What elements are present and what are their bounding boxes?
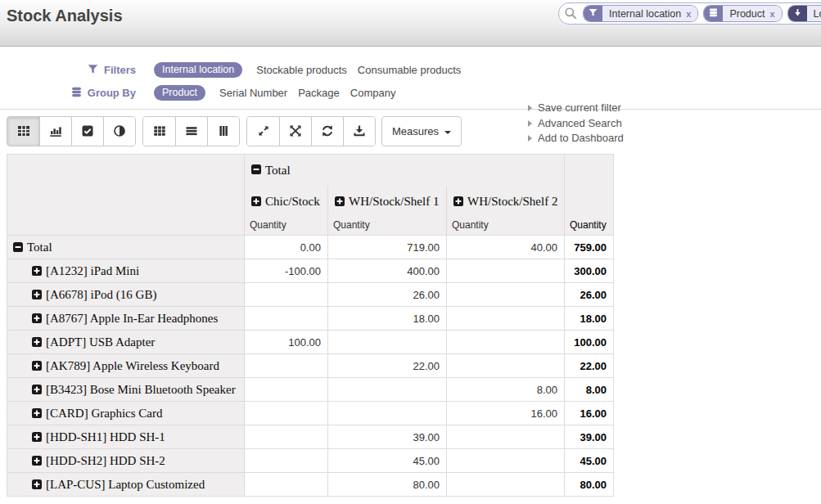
toolbar: Measures [7, 116, 821, 146]
facet-category-icon-box [584, 6, 602, 21]
search-facet[interactable]: Locationx [787, 5, 821, 22]
pivot-column-header[interactable]: WH/Stock/Shelf 1 [328, 186, 447, 218]
group-by-icon [71, 87, 82, 97]
group-by-option[interactable]: Company [350, 87, 396, 99]
pivot-corner-cell [7, 155, 245, 236]
pivot-value-cell: 45.00 [328, 449, 447, 473]
bar-chart-button[interactable] [39, 117, 71, 146]
pivot-row-header[interactable]: [HDD-SH2] HDD SH-2 [7, 449, 245, 473]
pivot-value-cell [245, 283, 328, 307]
check-square-button[interactable] [71, 117, 103, 146]
group-by-option[interactable]: Serial Number [219, 87, 287, 99]
pivot-row-header[interactable]: [A8767] Apple In-Ear Headphones [7, 307, 245, 331]
facet-body: Productx [723, 6, 781, 21]
pivot-empty-header-cell [565, 155, 614, 218]
pivot-value-cell: 26.00 [328, 283, 447, 307]
pivot-row-total-cell: 22.00 [565, 354, 614, 378]
arrow-down-icon [793, 8, 802, 17]
search-menu-link-label: Add to Dashboard [538, 131, 624, 146]
facet-category-icon-box [788, 6, 807, 21]
plus-square-icon [335, 196, 345, 206]
pivot-value-cell [245, 449, 328, 473]
grid-icon [153, 124, 166, 137]
facet-remove-icon[interactable]: x [686, 9, 691, 19]
pivot-row: [ADPT] USB Adapter100.00100.00 [7, 331, 614, 354]
pivot-column-header[interactable]: WH/Stock/Shelf 2 [447, 186, 565, 218]
pivot-row-total-cell: 16.00 [565, 402, 614, 425]
contrast-button[interactable] [103, 117, 135, 146]
pivot-value-cell [447, 425, 565, 449]
plus-square-icon [32, 266, 42, 276]
group-by-icon [709, 8, 718, 17]
rows-button[interactable] [175, 117, 207, 146]
pivot-measure-header[interactable]: Quantity [447, 218, 565, 236]
grid-button[interactable] [143, 117, 175, 146]
minus-square-icon [13, 242, 23, 252]
pivot-value-cell: 719.00 [328, 236, 447, 259]
download-icon [353, 124, 366, 137]
group-by-option[interactable]: Product [154, 85, 205, 101]
stock-analysis-screen: Stock Analysis Internal locationxProduct… [0, 0, 821, 504]
expand-button[interactable] [247, 117, 279, 146]
pivot-value-cell [245, 425, 328, 449]
plus-square-icon [32, 385, 42, 394]
arrows-button[interactable] [279, 117, 311, 146]
search-menu-link[interactable]: Save current filter [528, 101, 624, 116]
search-menu-link[interactable]: Add to Dashboard [528, 131, 624, 146]
triangle-right-icon [528, 120, 532, 127]
table-button[interactable] [7, 117, 39, 146]
group-by-option[interactable]: Package [298, 87, 340, 99]
pivot-value-cell [328, 378, 447, 402]
filter-option[interactable]: Stockable products [256, 64, 347, 76]
search-menu-link[interactable]: Advanced Search [528, 116, 624, 132]
pivot-column-header[interactable]: Chic/Stock [245, 186, 328, 218]
minus-square-icon [251, 164, 261, 174]
refresh-button[interactable] [311, 117, 343, 146]
search-bar[interactable]: Internal locationxProductxLocationx [558, 2, 821, 25]
facet-remove-icon[interactable]: x [769, 9, 774, 19]
pivot-total-column-header[interactable]: Total [245, 155, 565, 186]
measures-button[interactable]: Measures [381, 116, 462, 146]
top-header-bar: Stock Analysis Internal locationxProduct… [0, 0, 821, 47]
plus-square-icon [32, 432, 42, 442]
pivot-row-header[interactable]: [B3423] Bose Mini Bluetooth Speaker [7, 378, 245, 402]
pivot-row-header[interactable]: [HDD-SH1] HDD SH-1 [7, 425, 245, 449]
pivot-row-total-cell: 45.00 [565, 449, 614, 473]
contrast-icon [113, 124, 126, 137]
triangle-right-icon [528, 105, 532, 111]
pivot-row-header[interactable]: [A1232] iPad Mini [7, 259, 245, 283]
columns-button[interactable] [207, 117, 239, 146]
group-by-heading: Group By [61, 87, 136, 99]
pivot-row-total-cell: 26.00 [565, 283, 614, 307]
pivot-value-cell: -100.00 [245, 259, 328, 283]
search-icon [564, 7, 578, 20]
filters-label: Filters [104, 64, 136, 76]
pivot-row: [B3423] Bose Mini Bluetooth Speaker8.008… [7, 378, 614, 402]
pivot-total-measure-header[interactable]: Quantity [565, 218, 614, 236]
search-menu-link-label: Save current filter [538, 101, 621, 116]
pivot-value-cell: 400.00 [328, 259, 447, 283]
search-facet[interactable]: Internal locationx [583, 5, 698, 22]
filter-option[interactable]: Consumable products [358, 64, 461, 76]
search-facet[interactable]: Productx [703, 5, 782, 22]
pivot-row-header[interactable]: [AK789] Apple Wireless Keyboard [7, 354, 245, 378]
pivot-row: [AK789] Apple Wireless Keyboard22.0022.0… [7, 354, 614, 378]
filter-option[interactable]: Internal location [154, 62, 242, 78]
download-button[interactable] [343, 117, 375, 146]
pivot-measure-header[interactable]: Quantity [245, 218, 328, 236]
pivot-row: [HDD-SH1] HDD SH-139.0039.00 [7, 425, 614, 449]
pivot-row-header[interactable]: [ADPT] USB Adapter [7, 331, 245, 354]
facet-label: Location [814, 8, 821, 20]
pivot-row-total-cell: 8.00 [565, 378, 614, 402]
pivot-row-header[interactable]: [LAP-CUS] Laptop Customized [7, 473, 245, 497]
pivot-total-column-label: Total [265, 164, 291, 177]
pivot-row-header[interactable]: [CARD] Graphics Card [7, 402, 245, 425]
pivot-row-total-cell: 759.00 [565, 236, 614, 259]
plus-square-icon [32, 361, 42, 371]
pivot-row: [HDD-SH2] HDD SH-245.0045.00 [7, 449, 614, 473]
pivot-measure-header[interactable]: Quantity [328, 218, 447, 236]
pivot-row-header[interactable]: Total [7, 236, 245, 259]
pivot-row-header[interactable]: [A6678] iPod (16 GB) [7, 283, 245, 307]
pivot-row-total-cell: 100.00 [565, 331, 614, 354]
pivot-row-total-cell: 39.00 [565, 425, 614, 449]
